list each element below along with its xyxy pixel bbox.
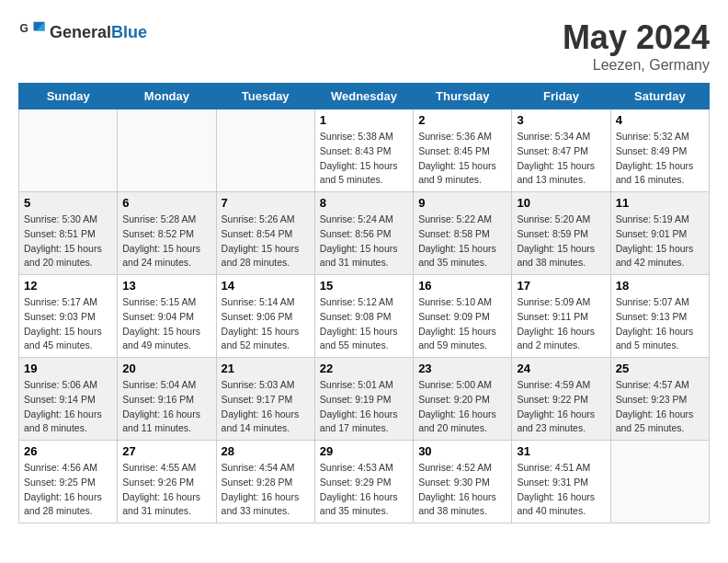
day-info: Sunrise: 4:51 AM Sunset: 9:31 PM Dayligh… xyxy=(517,461,605,519)
day-number: 8 xyxy=(320,196,408,210)
day-number: 3 xyxy=(517,113,605,127)
calendar-cell xyxy=(118,109,216,192)
calendar-cell: 6Sunrise: 5:28 AM Sunset: 8:52 PM Daylig… xyxy=(118,192,216,275)
day-info: Sunrise: 5:36 AM Sunset: 8:45 PM Dayligh… xyxy=(418,130,506,188)
day-number: 10 xyxy=(517,196,605,210)
calendar-body: 1Sunrise: 5:38 AM Sunset: 8:43 PM Daylig… xyxy=(19,109,710,523)
day-header: Sunday xyxy=(19,84,118,109)
logo-text: GeneralBlue xyxy=(50,23,147,42)
header: G GeneralBlue May 2024 Leezen, Germany xyxy=(18,18,710,74)
day-info: Sunrise: 4:52 AM Sunset: 9:30 PM Dayligh… xyxy=(418,461,506,519)
day-header: Saturday xyxy=(610,84,709,109)
day-number: 14 xyxy=(222,279,310,293)
day-info: Sunrise: 5:10 AM Sunset: 9:09 PM Dayligh… xyxy=(418,295,506,353)
day-info: Sunrise: 5:14 AM Sunset: 9:06 PM Dayligh… xyxy=(222,295,310,353)
day-info: Sunrise: 5:03 AM Sunset: 9:17 PM Dayligh… xyxy=(222,378,310,436)
calendar-cell: 19Sunrise: 5:06 AM Sunset: 9:14 PM Dayli… xyxy=(19,358,118,441)
calendar-cell: 1Sunrise: 5:38 AM Sunset: 8:43 PM Daylig… xyxy=(314,109,413,192)
month-title: May 2024 xyxy=(563,18,710,57)
day-info: Sunrise: 5:22 AM Sunset: 8:58 PM Dayligh… xyxy=(418,213,506,270)
day-info: Sunrise: 5:07 AM Sunset: 9:13 PM Dayligh… xyxy=(616,295,704,353)
day-header: Friday xyxy=(512,84,610,109)
day-info: Sunrise: 5:15 AM Sunset: 9:04 PM Dayligh… xyxy=(122,295,210,353)
day-number: 1 xyxy=(320,113,408,127)
day-info: Sunrise: 5:24 AM Sunset: 8:56 PM Dayligh… xyxy=(320,213,408,270)
calendar-cell: 16Sunrise: 5:10 AM Sunset: 9:09 PM Dayli… xyxy=(414,275,512,358)
day-number: 7 xyxy=(222,196,310,210)
day-info: Sunrise: 5:00 AM Sunset: 9:20 PM Dayligh… xyxy=(418,378,506,436)
calendar-week: 1Sunrise: 5:38 AM Sunset: 8:43 PM Daylig… xyxy=(19,109,710,192)
day-number: 12 xyxy=(24,279,112,293)
calendar-cell: 9Sunrise: 5:22 AM Sunset: 8:58 PM Daylig… xyxy=(414,192,512,275)
logo-icon: G xyxy=(18,18,46,46)
header-row: SundayMondayTuesdayWednesdayThursdayFrid… xyxy=(19,84,710,109)
day-info: Sunrise: 5:38 AM Sunset: 8:43 PM Dayligh… xyxy=(320,130,408,188)
calendar-cell: 18Sunrise: 5:07 AM Sunset: 9:13 PM Dayli… xyxy=(610,275,709,358)
calendar-cell: 31Sunrise: 4:51 AM Sunset: 9:31 PM Dayli… xyxy=(512,441,610,523)
day-number: 16 xyxy=(418,279,506,293)
day-info: Sunrise: 4:55 AM Sunset: 9:26 PM Dayligh… xyxy=(122,461,210,519)
day-number: 9 xyxy=(418,196,506,210)
day-info: Sunrise: 5:09 AM Sunset: 9:11 PM Dayligh… xyxy=(517,295,605,353)
day-number: 19 xyxy=(24,362,112,375)
calendar-cell: 7Sunrise: 5:26 AM Sunset: 8:54 PM Daylig… xyxy=(216,192,314,275)
day-number: 23 xyxy=(418,362,506,375)
day-number: 22 xyxy=(320,362,408,375)
day-number: 18 xyxy=(616,279,704,293)
calendar-cell: 10Sunrise: 5:20 AM Sunset: 8:59 PM Dayli… xyxy=(512,192,610,275)
day-number: 15 xyxy=(320,279,408,293)
calendar-cell: 13Sunrise: 5:15 AM Sunset: 9:04 PM Dayli… xyxy=(118,275,216,358)
logo: G GeneralBlue xyxy=(18,18,147,46)
day-number: 25 xyxy=(616,362,704,375)
calendar-cell: 24Sunrise: 4:59 AM Sunset: 9:22 PM Dayli… xyxy=(512,358,610,441)
calendar-cell: 14Sunrise: 5:14 AM Sunset: 9:06 PM Dayli… xyxy=(216,275,314,358)
calendar-cell: 27Sunrise: 4:55 AM Sunset: 9:26 PM Dayli… xyxy=(118,441,216,523)
calendar-cell: 25Sunrise: 4:57 AM Sunset: 9:23 PM Dayli… xyxy=(610,358,709,441)
calendar-cell xyxy=(610,441,709,523)
day-info: Sunrise: 5:19 AM Sunset: 9:01 PM Dayligh… xyxy=(616,213,704,270)
calendar-cell: 3Sunrise: 5:34 AM Sunset: 8:47 PM Daylig… xyxy=(512,109,610,192)
calendar-week: 26Sunrise: 4:56 AM Sunset: 9:25 PM Dayli… xyxy=(19,441,710,523)
day-number: 5 xyxy=(24,196,112,210)
calendar-cell: 8Sunrise: 5:24 AM Sunset: 8:56 PM Daylig… xyxy=(314,192,413,275)
day-number: 28 xyxy=(222,444,310,458)
day-info: Sunrise: 5:30 AM Sunset: 8:51 PM Dayligh… xyxy=(24,213,112,270)
day-number: 11 xyxy=(616,196,704,210)
day-number: 17 xyxy=(517,279,605,293)
calendar-cell xyxy=(216,109,314,192)
day-info: Sunrise: 5:04 AM Sunset: 9:16 PM Dayligh… xyxy=(122,378,210,436)
calendar-week: 19Sunrise: 5:06 AM Sunset: 9:14 PM Dayli… xyxy=(19,358,710,441)
day-info: Sunrise: 5:32 AM Sunset: 8:49 PM Dayligh… xyxy=(616,130,704,188)
day-number: 2 xyxy=(418,113,506,127)
day-number: 4 xyxy=(616,113,704,127)
day-number: 29 xyxy=(320,444,408,458)
day-number: 26 xyxy=(24,444,112,458)
location: Leezen, Germany xyxy=(563,57,710,74)
day-info: Sunrise: 4:57 AM Sunset: 9:23 PM Dayligh… xyxy=(616,378,704,436)
day-info: Sunrise: 5:17 AM Sunset: 9:03 PM Dayligh… xyxy=(24,295,112,353)
calendar-cell: 5Sunrise: 5:30 AM Sunset: 8:51 PM Daylig… xyxy=(19,192,118,275)
day-number: 21 xyxy=(222,362,310,375)
day-info: Sunrise: 5:34 AM Sunset: 8:47 PM Dayligh… xyxy=(517,130,605,188)
day-number: 30 xyxy=(418,444,506,458)
calendar-cell: 28Sunrise: 4:54 AM Sunset: 9:28 PM Dayli… xyxy=(216,441,314,523)
day-number: 13 xyxy=(122,279,210,293)
calendar-cell: 11Sunrise: 5:19 AM Sunset: 9:01 PM Dayli… xyxy=(610,192,709,275)
calendar: SundayMondayTuesdayWednesdayThursdayFrid… xyxy=(18,83,710,523)
day-info: Sunrise: 5:12 AM Sunset: 9:08 PM Dayligh… xyxy=(320,295,408,353)
calendar-cell: 12Sunrise: 5:17 AM Sunset: 9:03 PM Dayli… xyxy=(19,275,118,358)
title-area: May 2024 Leezen, Germany xyxy=(563,18,710,74)
day-number: 20 xyxy=(122,362,210,375)
calendar-cell: 20Sunrise: 5:04 AM Sunset: 9:16 PM Dayli… xyxy=(118,358,216,441)
day-info: Sunrise: 5:06 AM Sunset: 9:14 PM Dayligh… xyxy=(24,378,112,436)
calendar-cell: 23Sunrise: 5:00 AM Sunset: 9:20 PM Dayli… xyxy=(414,358,512,441)
day-info: Sunrise: 5:28 AM Sunset: 8:52 PM Dayligh… xyxy=(122,213,210,270)
day-header: Tuesday xyxy=(216,84,314,109)
day-info: Sunrise: 5:20 AM Sunset: 8:59 PM Dayligh… xyxy=(517,213,605,270)
day-info: Sunrise: 4:56 AM Sunset: 9:25 PM Dayligh… xyxy=(24,461,112,519)
day-info: Sunrise: 4:53 AM Sunset: 9:29 PM Dayligh… xyxy=(320,461,408,519)
calendar-cell: 15Sunrise: 5:12 AM Sunset: 9:08 PM Dayli… xyxy=(314,275,413,358)
day-info: Sunrise: 4:59 AM Sunset: 9:22 PM Dayligh… xyxy=(517,378,605,436)
calendar-cell xyxy=(19,109,118,192)
day-header: Wednesday xyxy=(314,84,413,109)
